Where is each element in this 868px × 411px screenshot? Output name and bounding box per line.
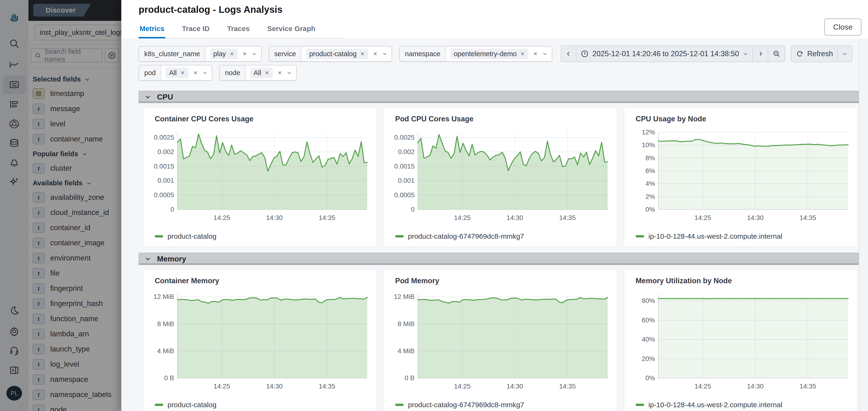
- legend-label: product-catalog-6747969dc8-mmkg7: [408, 401, 524, 409]
- legend-item[interactable]: product-catalog-6747969dc8-mmkg7: [395, 401, 524, 409]
- chevron-down-icon[interactable]: [382, 51, 387, 56]
- svg-text:0.0005: 0.0005: [154, 191, 174, 199]
- svg-text:0%: 0%: [646, 374, 655, 382]
- close-icon[interactable]: [360, 51, 365, 56]
- time-range-button[interactable]: 2025-12-01 14:20:46 to 2025-12-01 14:38:…: [576, 46, 753, 62]
- cpu-charts-row: Container CPU Cores Usage14:2514:3014:35…: [143, 108, 857, 246]
- flyout-scroll-gutter[interactable]: [859, 38, 868, 411]
- svg-text:14:25: 14:25: [694, 383, 711, 390]
- svg-text:2%: 2%: [646, 193, 655, 200]
- svg-text:4 MiB: 4 MiB: [398, 347, 414, 355]
- tab-service-graph[interactable]: Service Graph: [266, 25, 316, 38]
- close-button[interactable]: Close: [825, 19, 861, 35]
- svg-text:0%: 0%: [646, 206, 655, 213]
- tab-trace-id[interactable]: Trace ID: [181, 25, 211, 38]
- svg-text:14:30: 14:30: [506, 383, 523, 390]
- filter-value-chip[interactable]: All: [165, 67, 188, 78]
- close-icon[interactable]: [277, 70, 282, 76]
- svg-text:14:30: 14:30: [506, 214, 523, 222]
- filter-namespace[interactable]: namespaceopentelemetry-demo: [399, 46, 552, 62]
- svg-text:10%: 10%: [642, 141, 655, 149]
- close-icon[interactable]: [242, 51, 247, 56]
- chevron-down-icon[interactable]: [542, 51, 548, 56]
- chart-plot: 14:2514:3014:3512%10%8%6%4%2%0%: [628, 129, 853, 224]
- close-icon[interactable]: [373, 51, 378, 56]
- svg-text:14:35: 14:35: [319, 214, 335, 222]
- flyout-title: product-catalog - Logs Analysis: [138, 4, 282, 15]
- svg-text:0.0005: 0.0005: [394, 191, 414, 199]
- filter-k8s_cluster_name[interactable]: k8s_cluster_nameplay: [138, 46, 261, 62]
- refresh-icon: [796, 50, 804, 58]
- svg-text:20%: 20%: [642, 355, 655, 362]
- chevron-down-icon[interactable]: [202, 70, 208, 76]
- legend-item[interactable]: ip-10-0-128-44.us-west-2.compute.interna…: [636, 401, 782, 409]
- svg-text:0.0015: 0.0015: [394, 163, 414, 170]
- tab-metrics[interactable]: Metrics: [138, 25, 165, 38]
- filter-value-chip[interactable]: product-catalog: [306, 49, 368, 59]
- legend-item[interactable]: ip-10-0-128-44.us-west-2.compute.interna…: [636, 232, 782, 240]
- filter-field-label: k8s_cluster_name: [139, 47, 206, 61]
- chart-plot: 14:2514:3014:3580%60%40%20%0%: [628, 291, 853, 392]
- refresh-button[interactable]: Refresh: [792, 46, 837, 62]
- svg-text:14:25: 14:25: [454, 383, 470, 390]
- legend-label: ip-10-0-128-44.us-west-2.compute.interna…: [648, 401, 782, 409]
- filter-field-label: pod: [139, 65, 161, 80]
- section-header-memory[interactable]: Memory: [138, 253, 859, 265]
- legend-swatch: [155, 235, 163, 237]
- svg-text:8%: 8%: [646, 154, 655, 162]
- legend-item[interactable]: product-catalog: [155, 401, 217, 409]
- time-controls: 2025-12-01 14:20:46 to 2025-12-01 14:38:…: [561, 46, 852, 62]
- svg-text:4 MiB: 4 MiB: [157, 347, 174, 355]
- time-next-button[interactable]: [753, 46, 768, 62]
- section-header-cpu[interactable]: CPU: [138, 91, 859, 103]
- refresh-label: Refresh: [807, 50, 833, 58]
- close-icon[interactable]: [533, 51, 538, 56]
- chevron-down-icon: [743, 51, 748, 57]
- chart-plot: 14:2514:3014:350.00250.0020.00150.0010.0…: [147, 129, 372, 224]
- svg-text:0 B: 0 B: [164, 374, 174, 382]
- chart-title: Pod CPU Cores Usage: [395, 115, 473, 123]
- clock-icon: [581, 50, 589, 58]
- close-icon[interactable]: [265, 70, 270, 76]
- svg-text:0: 0: [411, 206, 414, 213]
- time-prev-button[interactable]: [561, 46, 576, 62]
- zoom-out-icon: [773, 50, 781, 58]
- refresh-options-button[interactable]: [837, 46, 852, 62]
- svg-text:14:35: 14:35: [800, 214, 816, 222]
- flyout-tabs: MetricsTrace IDTracesService Graph: [138, 25, 342, 38]
- svg-text:14:35: 14:35: [559, 214, 576, 222]
- legend-item[interactable]: product-catalog-6747969dc8-mmkg7: [395, 232, 524, 240]
- chevron-down-icon[interactable]: [252, 51, 257, 56]
- filter-value-chip[interactable]: opentelemetry-demo: [451, 49, 529, 59]
- svg-text:14:30: 14:30: [266, 383, 283, 390]
- legend-item[interactable]: product-catalog: [155, 232, 217, 240]
- svg-text:14:25: 14:25: [213, 214, 230, 222]
- filter-service[interactable]: serviceproduct-catalog: [269, 46, 392, 62]
- filter-value-chip[interactable]: play: [210, 49, 238, 59]
- chart-card-pod-cpu-cores-usage: Pod CPU Cores Usage14:2514:3014:350.0025…: [384, 108, 617, 246]
- close-icon[interactable]: [193, 70, 198, 76]
- chevron-down-icon: [145, 94, 151, 100]
- filter-node[interactable]: nodeAll: [219, 65, 297, 81]
- tab-traces[interactable]: Traces: [226, 25, 251, 38]
- chevron-down-icon: [145, 256, 151, 262]
- svg-text:0.0015: 0.0015: [154, 163, 174, 170]
- close-icon[interactable]: [180, 70, 185, 76]
- legend-swatch: [636, 235, 644, 237]
- filter-pod[interactable]: podAll: [138, 65, 212, 81]
- chart-title: Container CPU Cores Usage: [155, 115, 253, 123]
- svg-text:0 B: 0 B: [405, 374, 414, 382]
- svg-text:40%: 40%: [642, 335, 655, 343]
- chevron-down-icon[interactable]: [287, 70, 292, 76]
- close-icon[interactable]: [229, 51, 235, 56]
- zoom-out-time-button[interactable]: [768, 46, 785, 62]
- legend-swatch: [395, 235, 404, 237]
- memory-charts-row: Container Memory14:2514:3014:3512 MiB8 M…: [143, 270, 857, 411]
- close-icon[interactable]: [520, 51, 525, 56]
- svg-text:14:25: 14:25: [454, 214, 470, 222]
- svg-text:8 MiB: 8 MiB: [398, 320, 414, 328]
- legend-swatch: [155, 404, 163, 406]
- filter-value-chip[interactable]: All: [250, 67, 273, 78]
- legend-label: product-catalog-6747969dc8-mmkg7: [408, 232, 524, 240]
- chart-title: Pod Memory: [395, 276, 439, 285]
